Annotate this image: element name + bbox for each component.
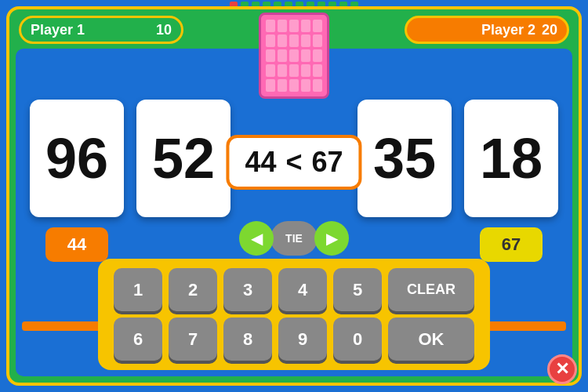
- card-p1-2: 52: [136, 100, 230, 217]
- comparison-operator: <: [285, 146, 302, 179]
- ok-button[interactable]: OK: [388, 318, 474, 361]
- clear-button[interactable]: CLEAR: [388, 268, 474, 311]
- card-p1-1: 96: [30, 100, 124, 217]
- tie-label: TIE: [270, 221, 318, 256]
- key-6[interactable]: 6: [114, 318, 162, 361]
- key-5[interactable]: 5: [333, 268, 382, 311]
- key-3[interactable]: 3: [223, 268, 272, 311]
- key-9[interactable]: 9: [278, 318, 327, 361]
- player2-score: 20: [542, 22, 557, 38]
- answer-p1: 44: [45, 227, 108, 262]
- key-7[interactable]: 7: [169, 318, 217, 361]
- key-0[interactable]: 0: [333, 318, 382, 361]
- keypad-row-1: 1 2 3 4 5 CLEAR: [109, 268, 479, 311]
- comparison-bubble: 44 < 67: [226, 135, 361, 190]
- answer-p2: 67: [480, 227, 543, 262]
- key-2[interactable]: 2: [169, 268, 217, 311]
- arrow-right-button[interactable]: ▶: [314, 221, 349, 256]
- player2-panel: Player 2 20: [405, 16, 569, 44]
- close-icon: ✕: [555, 359, 569, 379]
- player1-score: 10: [156, 22, 172, 38]
- key-1[interactable]: 1: [114, 268, 162, 311]
- player2-name: Player 2: [416, 22, 535, 38]
- main-frame: Player 1 10 Player 2 20 96 52 35 18 44 <…: [6, 6, 582, 386]
- tie-controls[interactable]: ◀ TIE ▶: [239, 221, 349, 256]
- card-p2-2: 18: [464, 100, 558, 217]
- arrow-left-button[interactable]: ◀: [239, 221, 274, 256]
- key-8[interactable]: 8: [223, 318, 272, 361]
- card-deck: [259, 13, 329, 99]
- key-4[interactable]: 4: [278, 268, 327, 311]
- keypad-row-2: 6 7 8 9 0 OK: [109, 318, 479, 361]
- comparison-left: 44: [245, 146, 276, 179]
- player1-name: Player 1: [31, 22, 150, 38]
- keypad-area: 1 2 3 4 5 CLEAR 6 7 8 9 0 OK: [98, 259, 490, 370]
- close-button[interactable]: ✕: [547, 354, 577, 384]
- comparison-right: 67: [312, 146, 343, 179]
- card-p2-1: 35: [358, 100, 452, 217]
- player1-panel: Player 1 10: [19, 16, 183, 44]
